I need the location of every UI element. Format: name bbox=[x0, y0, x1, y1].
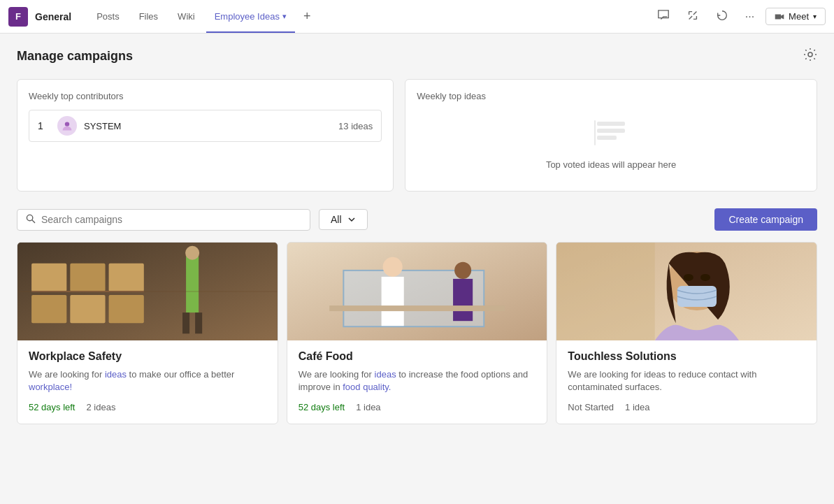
svg-rect-31 bbox=[677, 286, 717, 307]
campaign-body-cafe-food: Café Food We are looking for ideas to in… bbox=[287, 340, 547, 424]
campaign-footer-cafe-food: 52 days left 1 idea bbox=[299, 402, 536, 412]
tab-files[interactable]: Files bbox=[131, 0, 166, 33]
svg-rect-3 bbox=[597, 129, 625, 133]
campaign-status: Not Started bbox=[568, 402, 614, 412]
expand-button[interactable] bbox=[681, 6, 705, 27]
svg-point-24 bbox=[454, 262, 471, 279]
campaign-days-left: 52 days left bbox=[29, 402, 76, 412]
svg-rect-8 bbox=[31, 264, 66, 291]
svg-rect-5 bbox=[594, 120, 596, 145]
svg-point-29 bbox=[684, 274, 693, 281]
campaign-idea-count: 2 ideas bbox=[87, 402, 116, 412]
svg-rect-4 bbox=[597, 136, 617, 140]
contributor-avatar bbox=[57, 116, 77, 136]
campaign-desc-cafe-food: We are looking for ideas to increase the… bbox=[299, 368, 536, 394]
svg-rect-17 bbox=[182, 312, 189, 333]
refresh-button[interactable] bbox=[710, 6, 734, 27]
campaigns-grid: Workplace Safety We are looking for idea… bbox=[17, 242, 817, 424]
empty-ideas-text: Top voted ideas will appear here bbox=[546, 159, 676, 170]
settings-button[interactable] bbox=[803, 48, 817, 65]
svg-rect-23 bbox=[381, 277, 403, 326]
svg-point-1 bbox=[65, 122, 69, 126]
svg-rect-9 bbox=[70, 264, 105, 291]
contributors-label: Weekly top contributors bbox=[29, 91, 382, 101]
svg-rect-12 bbox=[70, 295, 105, 323]
filter-value: All bbox=[331, 214, 342, 225]
meet-button[interactable]: Meet ▾ bbox=[765, 8, 826, 25]
campaign-footer-touchless-solutions: Not Started 1 idea bbox=[568, 402, 805, 412]
campaign-idea-count: 1 idea bbox=[625, 402, 649, 412]
top-bar: F General Posts Files Wiki Employee Idea… bbox=[0, 0, 834, 34]
more-button[interactable]: ··· bbox=[740, 8, 760, 26]
svg-point-30 bbox=[700, 274, 710, 281]
svg-rect-26 bbox=[329, 305, 505, 311]
search-box bbox=[17, 209, 310, 231]
empty-ideas-state: Top voted ideas will appear here bbox=[417, 110, 805, 180]
chevron-down-icon bbox=[347, 215, 356, 224]
tab-employee-ideas[interactable]: Employee Ideas ▾ bbox=[206, 0, 295, 33]
svg-point-16 bbox=[185, 246, 199, 260]
channel-name: General bbox=[35, 11, 71, 22]
manage-header: Manage campaigns bbox=[17, 48, 817, 65]
weekly-row: Weekly top contributors 1 SYSTEM 13 idea… bbox=[17, 79, 817, 192]
search-icon bbox=[26, 214, 36, 226]
weekly-contributors-card: Weekly top contributors 1 SYSTEM 13 idea… bbox=[17, 79, 394, 192]
svg-rect-18 bbox=[195, 312, 202, 333]
campaign-body-workplace-safety: Workplace Safety We are looking for idea… bbox=[17, 340, 278, 424]
campaign-body-touchless-solutions: Touchless Solutions We are looking for i… bbox=[556, 340, 817, 424]
campaign-card-touchless-solutions[interactable]: Touchless Solutions We are looking for i… bbox=[556, 242, 817, 424]
contributor-item: 1 SYSTEM 13 ideas bbox=[29, 110, 382, 142]
campaign-title-cafe-food: Café Food bbox=[299, 350, 536, 363]
add-tab-button[interactable]: + bbox=[298, 9, 317, 24]
search-input[interactable] bbox=[41, 214, 301, 225]
campaign-idea-count: 1 idea bbox=[356, 402, 380, 412]
main-content: Manage campaigns Weekly top contributors… bbox=[0, 34, 834, 504]
campaign-title-touchless-solutions: Touchless Solutions bbox=[568, 350, 805, 363]
weekly-top-ideas-card: Weekly top ideas Top voted ideas will ap… bbox=[405, 79, 817, 192]
tab-posts[interactable]: Posts bbox=[88, 0, 128, 33]
campaign-desc-workplace-safety: We are looking for ideas to make our off… bbox=[29, 368, 266, 394]
campaign-image-touchless-solutions bbox=[556, 243, 817, 340]
team-icon: F bbox=[8, 7, 28, 27]
svg-rect-2 bbox=[597, 122, 625, 126]
filter-dropdown[interactable]: All bbox=[319, 209, 368, 230]
nav-tabs: Posts Files Wiki Employee Ideas ▾ + bbox=[88, 0, 316, 33]
tab-wiki[interactable]: Wiki bbox=[169, 0, 203, 33]
svg-rect-25 bbox=[453, 279, 473, 321]
svg-point-0 bbox=[808, 52, 812, 57]
campaign-title-workplace-safety: Workplace Safety bbox=[29, 350, 266, 363]
page-title: Manage campaigns bbox=[17, 49, 133, 64]
svg-rect-11 bbox=[31, 295, 66, 323]
campaign-image-workplace-safety bbox=[17, 243, 278, 340]
campaign-days-left: 52 days left bbox=[299, 402, 345, 412]
svg-rect-32 bbox=[556, 243, 655, 340]
campaign-image-cafe-food bbox=[287, 243, 547, 340]
campaign-card-workplace-safety[interactable]: Workplace Safety We are looking for idea… bbox=[17, 242, 278, 424]
contributor-rank: 1 bbox=[38, 120, 49, 131]
campaign-footer-workplace-safety: 52 days left 2 ideas bbox=[29, 402, 266, 412]
create-campaign-button[interactable]: Create campaign bbox=[714, 208, 817, 231]
top-ideas-label: Weekly top ideas bbox=[417, 91, 805, 101]
top-bar-actions: ··· Meet ▾ bbox=[652, 6, 826, 27]
contributor-name: SYSTEM bbox=[84, 121, 338, 131]
svg-point-6 bbox=[27, 215, 32, 220]
search-filter-row: All Create campaign bbox=[17, 208, 817, 231]
chat-button[interactable] bbox=[652, 6, 675, 27]
svg-rect-15 bbox=[186, 257, 199, 312]
svg-rect-10 bbox=[109, 264, 144, 291]
campaign-desc-touchless-solutions: We are looking for ideas to reduce conta… bbox=[568, 368, 805, 394]
svg-rect-13 bbox=[109, 295, 144, 323]
contributor-count: 13 ideas bbox=[338, 121, 373, 131]
campaign-card-cafe-food[interactable]: Café Food We are looking for ideas to in… bbox=[287, 242, 548, 424]
svg-point-22 bbox=[382, 257, 402, 277]
